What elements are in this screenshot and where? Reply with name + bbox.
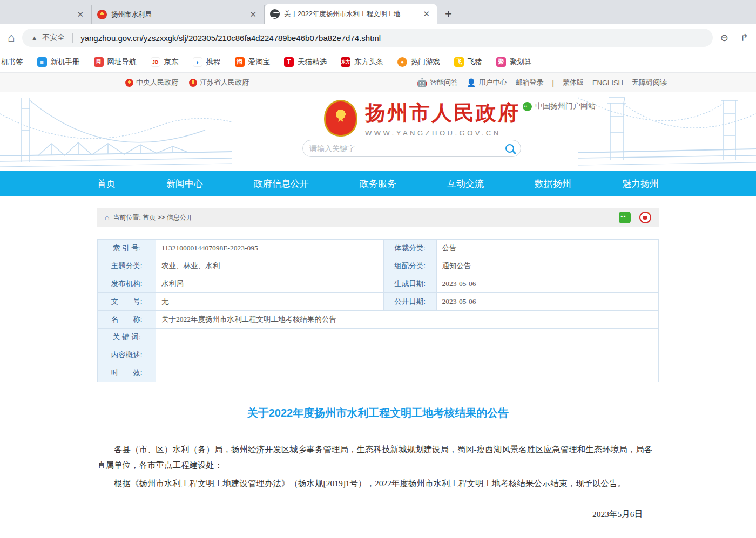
article: 关于2022年度扬州市水利工程文明工地考核结果的公告 各县（市、区）水利（务）局… — [97, 406, 659, 538]
link-label: 智能问答 — [430, 78, 458, 87]
bookmark-aitaobao[interactable]: 淘 爱淘宝 — [235, 57, 271, 67]
article-title: 关于2022年度扬州市水利工程文明工地考核结果的公告 — [97, 406, 659, 420]
page-content: ⌂ 当前位置: 首页 >> 信息公开 索 引 号: 11321000014407… — [97, 208, 659, 538]
site-url-text: WWW.YANGZHOU.GOV.CN — [365, 129, 520, 137]
search-icon[interactable] — [505, 144, 514, 153]
table-row: 索 引 号: 11321000014407098E-2023-095 体裁分类:… — [98, 240, 659, 257]
page-url: yangzhou.gov.cn/yzszxxgk/slj/202305/210c… — [80, 33, 381, 43]
url-omnibox[interactable]: ▲ 不安全 yangzhou.gov.cn/yzszxxgk/slj/20230… — [22, 29, 713, 47]
share-wechat-icon[interactable] — [619, 212, 631, 223]
bookmark-label: 飞猪 — [468, 57, 482, 67]
gov-emblem-favicon — [97, 10, 107, 19]
nav-interaction[interactable]: 互动交流 — [447, 178, 484, 190]
site-name: 扬州市人民政府 — [365, 99, 520, 127]
link-label: 中央人民政府 — [136, 78, 178, 87]
english-link[interactable]: ENGLISH — [592, 79, 623, 87]
breadcrumb-text[interactable]: 当前位置: 首页 >> 信息公开 — [113, 213, 192, 222]
robot-icon: 🤖 — [417, 78, 427, 87]
article-paragraph: 根据《扬州市水利工程文明工地建设管理办法》（扬水规[2019]1号），2022年… — [97, 476, 659, 492]
article-date: 2023年5月6日 — [97, 509, 659, 520]
search-input[interactable] — [309, 144, 505, 153]
tab-close-icon[interactable]: ✕ — [421, 9, 432, 19]
meta-label-group: 组配分类: — [383, 257, 436, 275]
article-paragraph: 各县（市、区）水利（务）局，扬州经济开发区城乡事务管理局，生态科技新城规划建设局… — [97, 442, 659, 473]
meta-value-keywords — [156, 329, 659, 346]
tab-yangzhou-water-bureau[interactable]: 扬州市水利局 ✕ — [92, 5, 265, 24]
breadcrumb-home-icon[interactable]: ⌂ — [105, 213, 109, 222]
nav-charm-yangzhou[interactable]: 魅力扬州 — [622, 178, 659, 190]
bookmark-site-nav[interactable]: 网 网址导航 — [94, 57, 137, 67]
omnibox-divider — [72, 33, 73, 43]
meta-label-summary: 内容概述: — [98, 346, 156, 364]
table-row: 发布机构: 水利局 生成日期: 2023-05-06 — [98, 275, 659, 293]
user-icon: 👤 — [467, 78, 476, 87]
nav-home[interactable]: 首页 — [97, 178, 116, 190]
smart-qa-link[interactable]: 🤖 智能问答 — [417, 78, 458, 87]
nav-gov-info-disclosure[interactable]: 政府信息公开 — [254, 178, 309, 190]
meta-label-validity: 时 效: — [98, 364, 156, 382]
tab-close-icon[interactable]: ✕ — [247, 10, 259, 19]
bookmark-phone-bookmarks[interactable]: 机书签 — [1, 57, 23, 67]
new-tab-button[interactable]: + — [445, 7, 452, 21]
tab-active-announcement[interactable]: 关于2022年度扬州市水利工程文明工地 ✕ — [265, 4, 437, 24]
ctrip-dolphin-icon: ◗ — [193, 57, 202, 67]
nav-gov-services[interactable]: 政务服务 — [360, 178, 396, 190]
nav-news-center[interactable]: 新闻中心 — [166, 178, 203, 190]
table-row: 文 号: 无 公开日期: 2023-05-06 — [98, 293, 659, 311]
not-secure-label: 不安全 — [42, 33, 65, 43]
home-button-icon[interactable]: ⌂ — [8, 31, 15, 45]
meta-value-summary — [156, 346, 659, 364]
link-label: 江苏省人民政府 — [200, 78, 249, 87]
bookmark-label: 东方头条 — [354, 57, 383, 67]
wechat-green-icon — [523, 102, 532, 111]
meta-value-genre: 公告 — [436, 240, 658, 257]
zoom-out-icon[interactable]: ⊖ — [720, 32, 728, 44]
tab-close-icon[interactable]: ✕ — [75, 10, 86, 19]
bookmark-dongfang-toutiao[interactable]: 东方 东方头条 — [341, 57, 383, 67]
breadcrumb: ⌂ 当前位置: 首页 >> 信息公开 — [97, 208, 659, 227]
bookmark-tmall[interactable]: T 天猫精选 — [284, 57, 327, 67]
bookmark-ctrip[interactable]: ◗ 携程 — [193, 57, 221, 67]
traditional-chinese-link[interactable]: 繁体版 — [563, 78, 584, 87]
portal-top-bar: 中央人民政府 江苏省人民政府 🤖 智能问答 👤 用户中心 邮箱登录 | 繁体版 … — [0, 73, 756, 92]
site-z-favicon — [270, 9, 280, 19]
meta-label-index-no: 索 引 号: — [98, 240, 156, 257]
bookmark-jd[interactable]: JD 京东 — [151, 57, 179, 67]
tab-leftmost-partial[interactable]: ✕ — [0, 5, 92, 24]
meta-value-doc-no: 无 — [156, 293, 384, 311]
share-forward-icon[interactable]: ↱ — [740, 32, 748, 44]
nav-data-yangzhou[interactable]: 数据扬州 — [535, 178, 571, 190]
meta-label-publish-date: 公开日期: — [383, 293, 436, 311]
link-label: 用户中心 — [479, 78, 507, 87]
meta-value-name: 关于2022年度扬州市水利工程文明工地考核结果的公告 — [156, 311, 659, 329]
table-row: 主题分类: 农业、林业、水利 组配分类: 通知公告 — [98, 257, 659, 275]
site-logo[interactable]: ★ 扬州市人民政府 WWW.YANGZHOU.GOV.CN — [324, 99, 520, 137]
tmall-icon: T — [284, 57, 294, 67]
site-nav-icon: 网 — [94, 57, 104, 67]
meta-value-publish-date: 2023-05-06 — [436, 293, 658, 311]
accessibility-link[interactable]: 无障碍阅读 — [632, 78, 667, 87]
table-row: 关 键 词: — [98, 329, 659, 346]
meta-value-index-no: 11321000014407098E-2023-095 — [156, 240, 384, 257]
site-search-box[interactable] — [302, 140, 521, 157]
bookmark-manual[interactable]: ≡ 新机手册 — [37, 57, 80, 67]
link-central-government[interactable]: 中央人民政府 — [125, 78, 178, 87]
user-center-link[interactable]: 👤 用户中心 — [467, 78, 507, 87]
meta-label-create-date: 生成日期: — [383, 275, 436, 293]
bookmark-juhuasuan[interactable]: 聚 聚划算 — [496, 57, 532, 67]
link-jiangsu-government[interactable]: 江苏省人民政府 — [189, 78, 249, 87]
juhuasuan-icon: 聚 — [496, 57, 506, 67]
bookmark-hot-games[interactable]: ● 热门游戏 — [397, 57, 440, 67]
bookmark-label: 京东 — [164, 57, 179, 67]
meta-value-group: 通知公告 — [436, 257, 658, 275]
meta-label-topic: 主题分类: — [98, 257, 156, 275]
manual-icon: ≡ — [37, 57, 47, 67]
bookmark-fliggy[interactable]: 飞 飞猪 — [454, 57, 482, 67]
mail-login-link[interactable]: 邮箱登录 — [516, 78, 544, 87]
bookmark-label: 携程 — [206, 57, 221, 67]
share-weibo-icon[interactable] — [639, 212, 651, 223]
meta-value-create-date: 2023-05-06 — [436, 275, 658, 293]
divider: | — [552, 79, 554, 87]
bookmark-label: 机书签 — [1, 57, 23, 67]
dongfang-icon: 东方 — [341, 57, 350, 67]
